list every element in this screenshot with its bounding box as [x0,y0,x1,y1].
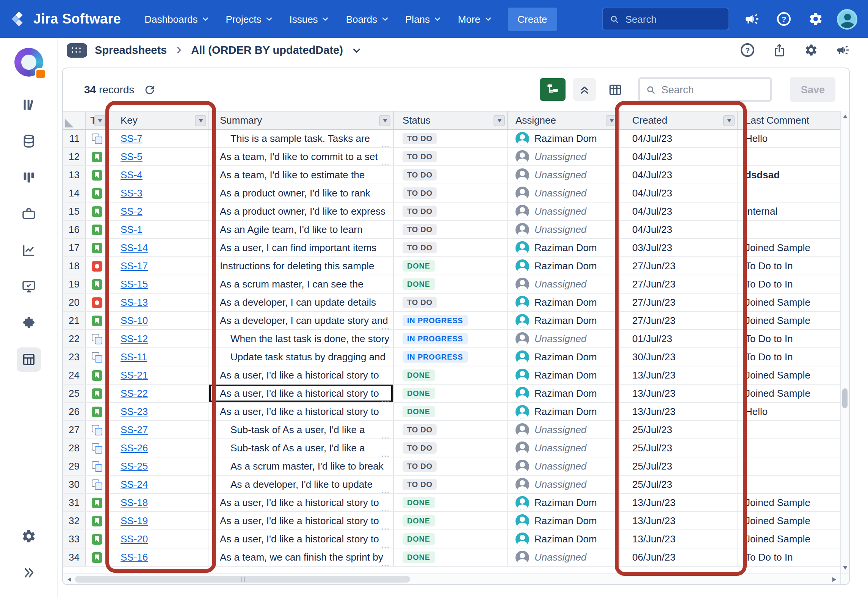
issue-key-cell[interactable]: SS-23 [108,403,209,420]
issue-key-link[interactable]: SS-19 [121,515,148,526]
created-cell[interactable]: 04/Jul/23 [620,130,738,147]
created-cell[interactable]: 13/Jun/23 [620,494,738,511]
table-row[interactable]: 18 SS-17 Instructions for deleting this … [63,257,840,275]
status-cell[interactable]: TO DO [393,457,508,475]
header-last-comment[interactable]: Last Comment [738,112,840,129]
header-assignee[interactable]: Assignee [508,112,620,129]
status-cell[interactable]: TO DO [393,203,508,220]
summary-cell[interactable]: As an Agile team, I'd like to learn … [209,221,393,238]
sidebar-expand[interactable] [16,561,41,585]
settings-button[interactable] [805,8,826,30]
last-comment-cell[interactable] [738,184,840,202]
assignee-cell[interactable]: Unassigned [508,275,620,293]
issue-type-cell[interactable] [86,257,108,275]
status-cell[interactable]: DONE [393,494,508,511]
issue-key-cell[interactable]: SS-11 [108,348,209,366]
last-comment-cell[interactable] [738,476,840,493]
status-cell[interactable]: DONE [393,275,508,293]
summary-cell[interactable]: As a team, we can finish the sprint by … [209,548,393,566]
issue-key-cell[interactable]: SS-10 [108,312,209,329]
created-cell[interactable]: 25/Jul/23 [620,457,738,475]
vertical-scroll-thumb[interactable] [842,388,848,408]
issue-key-cell[interactable]: SS-2 [108,203,209,220]
assignee-cell[interactable]: Unassigned [508,476,620,493]
table-row[interactable]: 20 SS-13 As a developer, I can update de… [63,294,840,312]
issue-key-link[interactable]: SS-11 [121,351,147,363]
summary-cell[interactable]: When the last task is done, the story … [209,330,393,347]
breadcrumb-root[interactable]: Spreadsheets [95,44,167,56]
nav-menu-item[interactable]: Issues [281,0,337,38]
created-cell[interactable]: 27/Jun/23 [620,257,738,275]
row-number-cell[interactable]: 32 [63,512,86,529]
issue-key-link[interactable]: SS-26 [121,442,148,454]
row-number-cell[interactable]: 23 [63,348,86,366]
issue-type-cell[interactable] [86,130,108,147]
row-number-cell[interactable]: 25 [63,385,86,402]
assignee-cell[interactable]: Raziman Dom [508,239,620,256]
issue-key-cell[interactable]: SS-25 [108,457,209,475]
nav-search-input[interactable] [625,13,722,25]
table-row[interactable]: 32 SS-19 As a user, I'd like a historica… [63,512,840,530]
issue-key-link[interactable]: SS-3 [121,187,143,199]
issue-key-link[interactable]: SS-21 [121,369,148,381]
issue-key-link[interactable]: SS-16 [121,551,148,563]
created-cell[interactable]: 27/Jun/23 [620,312,738,329]
table-search-input[interactable] [661,84,765,95]
issue-key-cell[interactable]: SS-17 [108,257,209,275]
row-number-cell[interactable]: 34 [63,548,86,566]
assignee-cell[interactable]: Unassigned [508,184,620,202]
assignee-cell[interactable]: Unassigned [508,421,620,438]
summary-cell[interactable]: As a user, I'd like a historical story t… [209,366,393,384]
issue-type-cell[interactable] [86,439,108,457]
status-cell[interactable]: DONE [393,257,508,275]
issue-key-link[interactable]: SS-10 [121,315,148,326]
issue-type-cell[interactable] [86,548,108,566]
created-cell[interactable]: 25/Jul/23 [620,439,738,457]
summary-cell[interactable]: As a scrum master, I'd like to break … [209,457,393,475]
row-number-cell[interactable]: 11 [63,130,86,147]
assignee-filter-button[interactable] [606,115,617,126]
issue-key-cell[interactable]: SS-20 [108,530,209,548]
table-row[interactable]: 30 SS-24 As a developer, I'd like to upd… [63,476,840,494]
grid-view-button[interactable] [604,78,627,101]
sidebar-item-spreadsheet[interactable] [16,347,41,372]
status-cell[interactable]: TO DO [393,239,508,256]
issue-type-cell[interactable] [86,330,108,347]
assignee-cell[interactable]: Unassigned [508,203,620,220]
header-status[interactable]: Status [393,112,508,129]
row-number-cell[interactable]: 22 [63,330,86,347]
last-comment-cell[interactable]: To Do to In [738,275,840,293]
table-row[interactable]: 24 SS-21 As a user, I'd like a historica… [63,366,840,385]
table-row[interactable]: 31 SS-18 As a user, I'd like a historica… [63,494,840,512]
created-cell[interactable]: 06/Jun/23 [620,548,738,566]
assignee-cell[interactable]: Unassigned [508,330,620,347]
select-all-corner[interactable] [63,112,86,129]
last-comment-cell[interactable] [738,421,840,438]
row-number-cell[interactable]: 17 [63,239,86,256]
row-number-cell[interactable]: 27 [63,421,86,438]
issue-key-cell[interactable]: SS-13 [108,294,209,311]
page-announcements-button[interactable] [836,43,850,57]
created-cell[interactable]: 25/Jul/23 [620,476,738,493]
table-row[interactable]: 29 SS-25 As a scrum master, I'd like to … [63,457,840,476]
page-settings-button[interactable] [804,43,818,57]
issue-type-cell[interactable] [86,494,108,511]
issue-type-cell[interactable] [86,166,108,184]
row-number-cell[interactable]: 26 [63,403,86,420]
assignee-cell[interactable]: Unassigned [508,148,620,165]
issue-key-link[interactable]: SS-22 [121,388,148,399]
create-button[interactable]: Create [508,7,557,31]
sidebar-item-apps[interactable] [16,311,41,335]
created-cell[interactable]: 13/Jun/23 [620,366,738,384]
assignee-cell[interactable]: Unassigned [508,457,620,475]
created-cell[interactable]: 04/Jul/23 [620,148,738,165]
hierarchy-view-button[interactable] [540,78,566,101]
issue-key-cell[interactable]: SS-12 [108,330,209,347]
assignee-cell[interactable]: Raziman Dom [508,348,620,366]
table-row[interactable]: 26 SS-23 As a user, I'd like a historica… [63,403,840,421]
summary-cell[interactable]: As a user, I'd like a historical story t… [209,403,393,420]
summary-filter-button[interactable] [379,115,390,126]
status-cell[interactable]: DONE [393,403,508,420]
status-filter-button[interactable] [494,115,505,126]
issue-type-cell[interactable] [86,294,108,311]
